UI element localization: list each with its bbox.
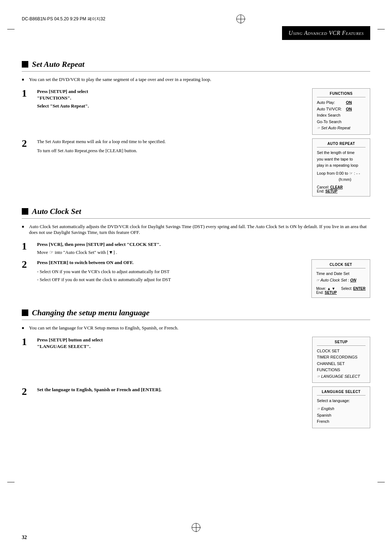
- section-title-wrapper-3: Changing the setup menu language: [22, 308, 370, 320]
- menu-ar-line1: Set the length of time: [317, 150, 366, 156]
- menu-setup-timer: TIMER RECORDINGS: [317, 354, 366, 361]
- section-intro-3: You can set the language for VCR Setup m…: [22, 325, 370, 331]
- section-square-3: [22, 309, 28, 316]
- step-2-1-row: 1 Press [VCR], then press [SETUP] and se…: [22, 241, 306, 256]
- menu-setup-functions: FUNCTIONS: [317, 367, 366, 373]
- step-2-1-sub: Move ☞ into "Auto Clock Set" with [▼] .: [37, 249, 160, 256]
- menu-box-functions-title: FUNCTIONS: [317, 92, 366, 97]
- section-title-1: Set Auto Repeat: [32, 60, 85, 69]
- menu-ar-line5: (h:mm): [317, 177, 366, 183]
- section-changing-language: Changing the setup menu language You can…: [22, 308, 370, 428]
- menu-lang-spanish: Spanish: [317, 412, 366, 419]
- step-3-1-left: 1 Press [SETUP] button and select"LANGUA…: [22, 337, 306, 383]
- menu-box-auto-repeat-title: AUTO REPEAT: [317, 142, 366, 147]
- step-1-2-left: 2 The Set Auto Repeat menu will ask for …: [22, 138, 306, 197]
- menu-box-setup: SETUP CLOCK SET TIMER RECORDINGS CHANNEL…: [312, 337, 370, 383]
- menu-item-auto-tvcr: Auto TV/VCR:ON: [317, 106, 366, 113]
- menu-cs-time: Time and Date Set: [316, 271, 366, 277]
- menu-box-clock-set-title: CLOCK SET: [316, 263, 366, 268]
- menu-ar-end: End: SETUP: [317, 189, 366, 193]
- menu-box-functions: FUNCTIONS Auto Play:ON Auto TV/VCR:ON In…: [312, 88, 370, 135]
- menu-box-setup-title: SETUP: [317, 340, 366, 346]
- menu-ar-footer: Cancel: CLEAR End: SETUP: [317, 185, 366, 193]
- page: DC-B86B1N-PS 04.5.20 9:29 PM 페이지32 Using…: [0, 0, 392, 555]
- section-set-auto-repeat: Set Auto Repeat You can set the DVD/VCR …: [22, 60, 370, 197]
- right-mark-bottom: [377, 482, 385, 482]
- step-2-1-left: 1 Press [VCR], then press [SETUP] and se…: [22, 241, 306, 256]
- step-2-2-content: Press [ENTER] to switch between ON and O…: [37, 259, 171, 283]
- section-title-3: Changing the setup menu language: [32, 308, 150, 317]
- step-3-2-content: Set the language to English, Spanish or …: [37, 386, 162, 394]
- right-mark-top: [377, 29, 385, 29]
- menu-box-auto-repeat: AUTO REPEAT Set the length of time you w…: [312, 138, 370, 197]
- menu-cs-footer: Move: ▲ ▼ Select: ENTER End: SETUP: [316, 287, 366, 295]
- menu-box-clock-set: CLOCK SET Time and Date Set Auto Clock S…: [311, 259, 370, 297]
- page-number: 32: [22, 535, 27, 540]
- step-1-2-content: The Set Auto Repeat menu will ask for a …: [37, 138, 166, 154]
- step-2-2-instruction: Press [ENTER] to switch between ON and O…: [37, 259, 171, 266]
- menu-item-auto-play: Auto Play:ON: [317, 100, 366, 106]
- menu-cs-move-select: Move: ▲ ▼ Select: ENTER: [316, 287, 366, 291]
- step-number-2-2: 2: [22, 259, 33, 270]
- step-3-1-menu: SETUP CLOCK SET TIMER RECORDINGS CHANNEL…: [312, 337, 370, 383]
- step-3-2-left: 2 Set the language to English, Spanish o…: [22, 386, 306, 428]
- step-2-1-content: Press [VCR], then press [SETUP] and sele…: [37, 241, 160, 256]
- step-3-2-menu: LANGUAGE SELECT Select a language: Engli…: [312, 386, 370, 428]
- menu-ar-line2: you want the tape to: [317, 156, 366, 163]
- step-3-2: 2 Set the language to English, Spanish o…: [22, 386, 370, 428]
- step-2-2: 2 Press [ENTER] to switch between ON and…: [22, 259, 370, 297]
- section-title-wrapper-1: Set Auto Repeat: [22, 60, 370, 72]
- menu-box-language-title: LANGUAGE SELECT: [317, 390, 366, 396]
- step-2-1-menu-placeholder: [312, 241, 370, 256]
- menu-cs-end: End: SETUP: [316, 291, 366, 295]
- step-3-1-content: Press [SETUP] button and select"LANGUAGE…: [37, 337, 103, 351]
- step-3-1-row: 1 Press [SETUP] button and select"LANGUA…: [22, 337, 306, 351]
- step-1-2-menu: AUTO REPEAT Set the length of time you w…: [312, 138, 370, 197]
- step-number-3-2: 2: [22, 386, 33, 397]
- menu-lang-french: French: [317, 418, 366, 425]
- menu-item-index-search: Index Search: [317, 112, 366, 119]
- step-2-2-detail-1: - Select ON if you want the VCR's clock …: [37, 268, 171, 275]
- menu-setup-language: LANGUAGE SELECT: [317, 373, 366, 380]
- step-2-2-menu: CLOCK SET Time and Date Set Auto Clock S…: [311, 259, 370, 297]
- step-3-1: 1 Press [SETUP] button and select"LANGUA…: [22, 337, 370, 383]
- menu-cs-select: Select: ENTER: [341, 287, 366, 291]
- section-title-wrapper-2: Auto Clock Set: [22, 207, 370, 219]
- left-mark-bottom: [7, 482, 15, 482]
- step-1-1: 1 Press [SETUP] and select"FUNCTIONS". S…: [22, 88, 370, 135]
- section-intro-2: Auto Clock Set automatically adjusts the…: [22, 224, 370, 235]
- left-mark-top: [7, 29, 15, 29]
- menu-cs-move: Move: ▲ ▼: [316, 287, 335, 291]
- menu-setup-clock: CLOCK SET: [317, 348, 366, 355]
- section-square-2: [22, 208, 28, 215]
- menu-ar-cancel: Cancel: CLEAR: [317, 185, 366, 189]
- step-1-1-content: Press [SETUP] and select"FUNCTIONS". Sel…: [37, 88, 89, 110]
- step-3-1-instruction: Press [SETUP] button and select"LANGUAGE…: [37, 337, 103, 350]
- step-1-2: 2 The Set Auto Repeat menu will ask for …: [22, 138, 370, 197]
- menu-box-language-select: LANGUAGE SELECT Select a language: Engli…: [312, 386, 370, 428]
- step-1-2-detail-1: The Set Auto Repeat menu will ask for a …: [37, 138, 166, 145]
- section-title-2: Auto Clock Set: [32, 207, 81, 216]
- step-1-1-menu: FUNCTIONS Auto Play:ON Auto TV/VCR:ON In…: [312, 88, 370, 135]
- menu-lang-english: English: [317, 406, 366, 412]
- step-2-2-left: 2 Press [ENTER] to switch between ON and…: [22, 259, 306, 297]
- crosshair-bottom: [192, 523, 200, 533]
- section-intro-1: You can set the DVD/VCR to play the same…: [22, 77, 370, 82]
- step-number-3-1: 1: [22, 337, 33, 347]
- menu-item-goto-search: Go-To Search: [317, 119, 366, 125]
- step-2-1: 1 Press [VCR], then press [SETUP] and se…: [22, 241, 370, 256]
- step-number-1-2: 2: [22, 138, 33, 149]
- menu-item-auto-repeat: Set Auto Repeat: [317, 125, 366, 131]
- menu-ar-line3: play in a repeating loop: [317, 162, 366, 169]
- menu-cs-auto-clock: Auto Clock Set : ON: [316, 277, 366, 284]
- menu-ar-line4: Loop from 0:00 to ☞ : - -: [317, 170, 366, 177]
- title-banner-text: Using Advanced VCR Features: [289, 30, 364, 36]
- menu-lang-prompt: Select a language:: [317, 398, 366, 404]
- menu-setup-channel: CHANNEL SET: [317, 361, 366, 367]
- step-number-2-1: 1: [22, 241, 33, 251]
- step-1-1-sub: Select "Set Auto Repeat".: [37, 103, 89, 109]
- step-2-2-row: 2 Press [ENTER] to switch between ON and…: [22, 259, 306, 283]
- step-1-1-row: 1 Press [SETUP] and select"FUNCTIONS". S…: [22, 88, 306, 110]
- crosshair-top: [236, 15, 245, 23]
- section-square-1: [22, 61, 28, 68]
